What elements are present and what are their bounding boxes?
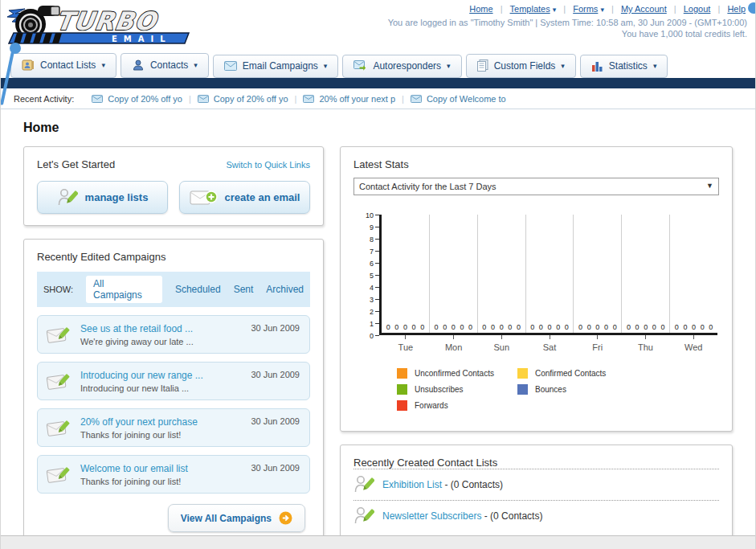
nav-tab-label: Contact Lists (40, 59, 96, 71)
header-link-home[interactable]: Home (469, 4, 492, 14)
recent-activity-item: Copy of Welcome to (411, 94, 506, 104)
contact-list-link[interactable]: Exhibition List (382, 479, 442, 490)
chevron-down-icon: ▾ (553, 6, 557, 14)
recent-activity-item: 20% off your next p (303, 94, 395, 104)
nav-tab-autoresponders[interactable]: Autoresponders ▾ (342, 55, 461, 78)
y-tick: 7 (357, 245, 379, 257)
logo-subtext: EMAIL (112, 35, 172, 43)
nav-tab-contact-lists[interactable]: Contact Lists ▾ (10, 53, 116, 78)
chart-legend: Unconfirmed ContactsConfirmed ContactsUn… (397, 368, 717, 416)
campaign-title-link[interactable]: Introducing our new range ... (80, 370, 203, 381)
get-started-title: Let's Get Started (37, 158, 115, 170)
nav-tab-custom-fields[interactable]: Custom Fields ▾ (466, 54, 576, 78)
data-point-label: 0 (595, 323, 599, 331)
campaign-row: 20% off your next purchase Thanks for jo… (37, 408, 310, 447)
envelope-icon (411, 95, 422, 103)
contact-list-link[interactable]: Newsletter Subscribers (382, 510, 481, 522)
envelope-pencil-icon (46, 417, 72, 439)
legend-item: Forwards (397, 400, 517, 411)
activity-separator: | (189, 94, 191, 104)
campaign-subtitle: Introducing our new Italia ... (80, 383, 203, 393)
stats-report-select[interactable]: Contact Activity for the Last 7 Days (353, 178, 719, 195)
login-status-text: You are logged in as "Timothy Smith" | S… (388, 18, 747, 27)
campaign-title-link[interactable]: 20% off your next purchase (80, 416, 198, 428)
legend-item: Unsubscribes (397, 384, 517, 395)
filter-sent[interactable]: Sent (234, 284, 254, 295)
campaign-title-link[interactable]: See us at the retail food ... (80, 323, 194, 334)
nav-tab-label: Email Campaigns (243, 60, 318, 72)
x-tick: Thu (622, 335, 670, 354)
recent-activity-link[interactable]: Copy of Welcome to (427, 94, 506, 104)
latest-stats-title: Latest Stats (353, 158, 719, 170)
data-point-label: 0 (468, 323, 472, 331)
header-link-forms[interactable]: Forms▾ (573, 4, 604, 14)
chart-day-group: 00000 (382, 215, 429, 333)
x-tick: Tue (382, 335, 430, 354)
y-tick: 4 (357, 281, 379, 293)
data-point-label: 0 (604, 323, 608, 331)
document-icon (477, 59, 488, 72)
header-link-templates[interactable]: Templates▾ (510, 4, 557, 14)
envelope-pencil-icon (46, 371, 72, 392)
nav-tab-email-campaigns[interactable]: Email Campaigns ▾ (213, 55, 339, 78)
data-point-label: 0 (660, 323, 664, 331)
link-separator: | (501, 4, 503, 14)
turbo-email-logo: TURBO EMAIL (6, 2, 192, 49)
campaign-date: 30 Jun 2009 (251, 463, 300, 473)
recent-activity-link[interactable]: Copy of 20% off yo (108, 94, 182, 104)
data-point-label: 0 (403, 323, 407, 331)
logo-graphic: TURBO EMAIL (6, 2, 192, 46)
manage-lists-button[interactable]: manage lists (37, 181, 168, 214)
header-link-logout[interactable]: Logout (684, 4, 711, 14)
recent-activity-label: Recent Activity: (14, 94, 74, 104)
recent-activity-link[interactable]: 20% off your next p (319, 94, 395, 104)
envelope-icon (224, 61, 237, 71)
envelope-plus-icon (190, 188, 218, 207)
contact-book-icon (22, 59, 35, 72)
header-right: Home | Templates▾ | Forms▾ | My Account … (388, 4, 747, 39)
contact-list-count: - (0 Contacts) (444, 479, 503, 490)
annotation-dot (748, 2, 756, 14)
data-point-label: 0 (508, 323, 512, 331)
header-link-my-account[interactable]: My Account (621, 4, 667, 14)
data-point-label: 0 (683, 323, 687, 331)
data-point-label: 0 (613, 323, 617, 331)
recent-activity-link[interactable]: Copy of 20% off yo (214, 94, 288, 104)
data-point-label: 0 (539, 323, 543, 331)
chevron-down-icon: ▾ (194, 61, 198, 69)
switch-to-quick-links[interactable]: Switch to Quick Links (226, 160, 310, 170)
campaign-row: Welcome to our email list Thanks for joi… (37, 455, 310, 494)
bar-chart-icon (591, 60, 603, 72)
envelope-icon (92, 95, 103, 103)
data-point-label: 0 (556, 323, 560, 331)
data-point-label: 0 (491, 323, 495, 331)
header-link-help[interactable]: Help (727, 4, 746, 14)
data-point-label: 0 (443, 323, 447, 331)
filter-scheduled[interactable]: Scheduled (175, 284, 221, 295)
data-point-label: 0 (530, 323, 534, 331)
data-point-label: 0 (701, 323, 705, 331)
manage-lists-label: manage lists (85, 191, 149, 203)
nav-tab-statistics[interactable]: Statistics ▾ (580, 55, 668, 78)
filter-all-campaigns[interactable]: All Campaigns (86, 276, 162, 303)
campaign-title-link[interactable]: Welcome to our email list (80, 463, 188, 474)
view-all-campaigns-button[interactable]: View All Campaigns (168, 504, 305, 532)
navy-divider-bar (1, 78, 755, 88)
show-label: SHOW: (43, 285, 73, 294)
data-point-label: 0 (500, 323, 504, 331)
nav-tab-contacts[interactable]: Contacts ▾ (121, 53, 209, 78)
campaign-row: See us at the retail food ... We're givi… (37, 315, 310, 354)
chart-day-group: 00000 (669, 215, 717, 333)
x-tick: Sat (525, 335, 574, 354)
data-point-label: 0 (709, 323, 713, 331)
filter-archived[interactable]: Archived (266, 284, 304, 295)
data-point-label: 0 (420, 323, 424, 331)
data-point-label: 0 (565, 323, 569, 331)
y-tick: 10 (357, 209, 379, 221)
campaign-filter-bar: SHOW: All Campaigns Scheduled Sent Archi… (37, 272, 310, 307)
legend-item: Confirmed Contacts (517, 368, 638, 379)
header-links: Home | Templates▾ | Forms▾ | My Account … (388, 4, 747, 14)
create-email-button[interactable]: create an email (179, 181, 310, 214)
campaign-subtitle: We're giving away our late ... (80, 337, 194, 346)
envelope-icon (303, 95, 314, 103)
